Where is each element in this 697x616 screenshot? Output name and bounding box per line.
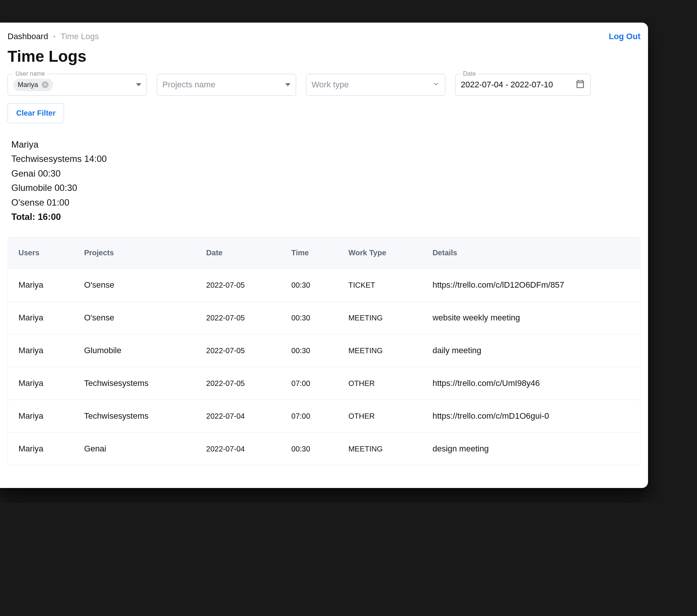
- cell-time: 00:30: [281, 269, 338, 302]
- cell-date: 2022-07-05: [196, 367, 281, 400]
- cell-time: 00:30: [281, 334, 338, 367]
- col-header-details: Details: [422, 237, 640, 269]
- cell-project: O'sense: [73, 269, 196, 302]
- cell-time: 00:30: [281, 302, 338, 334]
- cell-project: Glumobile: [73, 334, 196, 367]
- dropdown-icon: [136, 83, 141, 86]
- cell-time: 07:00: [281, 367, 338, 400]
- topbar: Dashboard • Time Logs Log Out: [8, 32, 640, 41]
- table-row: MariyaGlumobile2022-07-0500:30MEETINGdai…: [8, 334, 640, 367]
- projects-placeholder: Projects name: [162, 80, 216, 90]
- cell-worktype: MEETING: [338, 433, 422, 465]
- breadcrumb-separator: •: [53, 34, 55, 40]
- calendar-icon: [575, 79, 585, 90]
- cell-time: 00:30: [281, 433, 338, 465]
- table-row: MariyaTechwisesystems2022-07-0407:00OTHE…: [8, 400, 640, 433]
- summary-block: Mariya Techwisesystems 14:00 Genai 00:30…: [11, 137, 640, 224]
- user-chip: Mariya ✕: [13, 79, 53, 91]
- user-name-label: User name: [13, 70, 47, 77]
- cell-user: Mariya: [8, 433, 73, 465]
- cell-project: Techwisesystems: [73, 367, 196, 400]
- cell-worktype: MEETING: [338, 302, 422, 334]
- filters-row: User name Mariya ✕ Projects name Work ty…: [8, 74, 640, 96]
- logout-button[interactable]: Log Out: [609, 32, 640, 41]
- page-card: Dashboard • Time Logs Log Out Time Logs …: [0, 23, 648, 488]
- worktype-placeholder: Work type: [312, 80, 349, 90]
- projects-select[interactable]: Projects name: [157, 74, 296, 96]
- clear-filter-button[interactable]: Clear Filter: [8, 103, 64, 123]
- summary-line: O'sense 01:00: [11, 195, 640, 210]
- chevron-down-icon: [432, 80, 440, 89]
- page-title: Time Logs: [8, 47, 640, 66]
- cell-worktype: OTHER: [338, 367, 422, 400]
- breadcrumb-leaf: Time Logs: [61, 32, 99, 41]
- breadcrumb: Dashboard • Time Logs: [8, 32, 99, 41]
- cell-details: https://trello.com/c/mD1O6gui-0: [422, 400, 640, 433]
- cell-details: https://trello.com/c/UmI98y46: [422, 367, 640, 400]
- cell-time: 07:00: [281, 400, 338, 433]
- date-range-picker[interactable]: Date 2022-07-04 - 2022-07-10: [455, 74, 591, 96]
- table-row: MariyaGenai2022-07-0400:30MEETINGdesign …: [8, 433, 640, 465]
- cell-date: 2022-07-04: [196, 433, 281, 465]
- cell-project: Genai: [73, 433, 196, 465]
- summary-line: Glumobile 00:30: [11, 181, 640, 195]
- user-name-select[interactable]: User name Mariya ✕: [8, 74, 147, 96]
- cell-date: 2022-07-05: [196, 269, 281, 302]
- col-header-users: Users: [8, 237, 73, 269]
- summary-line: Genai 00:30: [11, 166, 640, 181]
- cell-user: Mariya: [8, 302, 73, 334]
- breadcrumb-root[interactable]: Dashboard: [8, 32, 48, 41]
- dropdown-icon: [285, 83, 290, 86]
- summary-total: Total: 16:00: [11, 210, 640, 224]
- table-header-row: Users Projects Date Time Work Type Detai…: [8, 237, 640, 269]
- user-chip-text: Mariya: [18, 81, 38, 89]
- cell-details: design meeting: [422, 433, 640, 465]
- table-row: MariyaO'sense2022-07-0500:30TICKEThttps:…: [8, 269, 640, 302]
- cell-date: 2022-07-04: [196, 400, 281, 433]
- summary-user: Mariya: [11, 137, 640, 152]
- cell-details: website weekly meeting: [422, 302, 640, 334]
- cell-user: Mariya: [8, 400, 73, 433]
- date-label: Date: [461, 70, 478, 77]
- table-row: MariyaTechwisesystems2022-07-0507:00OTHE…: [8, 367, 640, 400]
- col-header-time: Time: [281, 237, 338, 269]
- col-header-worktype: Work Type: [338, 237, 422, 269]
- cell-date: 2022-07-05: [196, 302, 281, 334]
- cell-user: Mariya: [8, 334, 73, 367]
- cell-worktype: TICKET: [338, 269, 422, 302]
- time-logs-table: Users Projects Date Time Work Type Detai…: [8, 237, 640, 465]
- cell-user: Mariya: [8, 269, 73, 302]
- worktype-select[interactable]: Work type: [306, 74, 445, 96]
- cell-date: 2022-07-05: [196, 334, 281, 367]
- cell-worktype: OTHER: [338, 400, 422, 433]
- col-header-date: Date: [196, 237, 281, 269]
- cell-project: O'sense: [73, 302, 196, 334]
- cell-project: Techwisesystems: [73, 400, 196, 433]
- cell-user: Mariya: [8, 367, 73, 400]
- table-row: MariyaO'sense2022-07-0500:30MEETINGwebsi…: [8, 302, 640, 334]
- date-value: 2022-07-04 - 2022-07-10: [461, 80, 553, 90]
- summary-line: Techwisesystems 14:00: [11, 152, 640, 166]
- col-header-projects: Projects: [73, 237, 196, 269]
- cell-details: daily meeting: [422, 334, 640, 367]
- cell-worktype: MEETING: [338, 334, 422, 367]
- user-chip-remove-icon[interactable]: ✕: [42, 81, 49, 88]
- cell-details: https://trello.com/c/lD12O6DFm/857: [422, 269, 640, 302]
